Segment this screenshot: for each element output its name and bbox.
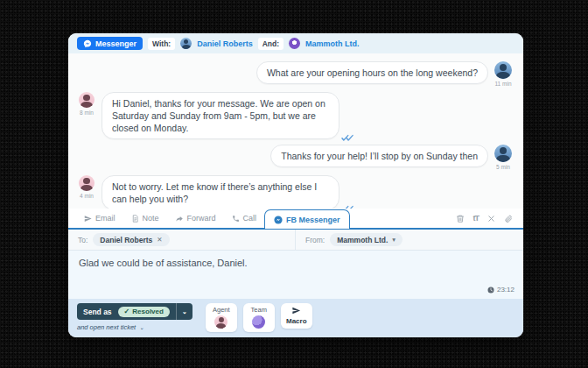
macro-label: Macro: [286, 317, 307, 325]
status-badge: ✓ Resolved: [118, 307, 170, 317]
draft-input[interactable]: Glad we could be of assistance, Daniel. …: [68, 251, 523, 299]
close-icon[interactable]: [487, 215, 495, 223]
app-window: Messenger With: Daniel Roberts And: Mamm…: [68, 33, 523, 337]
chat-transcript: What are your opening hours on the long …: [68, 53, 523, 209]
to-field: To: Daniel Roberts ✕: [68, 230, 296, 250]
contact-avatar: [180, 38, 192, 49]
assigned-agent-avatar: [214, 315, 228, 329]
chevron-down-icon: ▾: [392, 236, 396, 244]
chat-message: Thanks for your help! I’ll stop by on Su…: [77, 145, 513, 170]
message-time: 4 min: [80, 193, 94, 199]
send-as-button[interactable]: Send as ✓ Resolved ⌄: [77, 303, 192, 320]
remove-recipient-icon[interactable]: ✕: [157, 236, 162, 244]
messenger-icon: [83, 39, 92, 48]
text-format-icon[interactable]: tT: [473, 214, 480, 223]
agent-label: Agent: [213, 306, 230, 314]
trash-icon[interactable]: [456, 214, 465, 223]
tab-label: FB Messenger: [286, 216, 340, 224]
assigned-team-avatar: [252, 315, 265, 329]
send-email-icon: [84, 215, 92, 223]
clock-icon: [487, 287, 494, 294]
team-assign-card[interactable]: Team: [243, 303, 275, 332]
tab-forward[interactable]: Forward: [167, 209, 224, 228]
channel-badge-messenger[interactable]: Messenger: [77, 37, 143, 50]
check-icon: ✓: [124, 308, 130, 315]
composer-tools: tT: [456, 214, 516, 223]
read-receipt-icon: [341, 205, 354, 209]
message-time: 5 min: [496, 164, 510, 170]
send-as-label: Send as: [77, 308, 118, 316]
recipients-row: To: Daniel Roberts ✕ From: Mammoth Ltd. …: [68, 230, 523, 251]
agent-avatar: [79, 175, 94, 191]
tab-note[interactable]: Note: [123, 209, 167, 228]
agent-avatar: [79, 92, 94, 108]
open-next-ticket-toggle[interactable]: and open next ticket ⌄: [77, 323, 192, 331]
message-bubble: Thanks for your help! I’ll stop by on Su…: [270, 145, 488, 167]
macro-send-icon: [291, 306, 301, 315]
open-next-ticket-label: and open next ticket: [77, 323, 136, 331]
contact-name-link[interactable]: Daniel Roberts: [197, 39, 253, 48]
draft-timestamp: 23:12: [487, 286, 514, 294]
send-options-chevron[interactable]: ⌄: [176, 303, 192, 320]
chat-message: 4 min Not to worry. Let me know if there…: [77, 175, 513, 209]
tab-fb-messenger[interactable]: FB Messenger: [264, 209, 350, 229]
and-label: And:: [258, 38, 284, 50]
to-label: To:: [78, 236, 88, 244]
team-label: Team: [251, 306, 267, 314]
backdrop: Messenger With: Daniel Roberts And: Mamm…: [0, 0, 588, 368]
tab-call[interactable]: Call: [224, 209, 265, 228]
action-bar: Send as ✓ Resolved ⌄ and open next ticke…: [68, 299, 523, 337]
phone-icon: [232, 215, 240, 223]
chat-message: What are your opening hours on the long …: [77, 61, 513, 87]
from-field: From: Mammoth Ltd. ▾: [296, 230, 402, 250]
forward-icon: [175, 215, 184, 223]
draft-text: Glad we could be of assistance, Daniel.: [79, 258, 248, 268]
customer-avatar: [494, 61, 512, 79]
composer-tabbar: Email Note Forward Call FB Messenger tT: [68, 209, 523, 230]
status-label: Resolved: [132, 308, 164, 315]
tab-label: Note: [143, 214, 159, 223]
from-label: From:: [305, 236, 325, 244]
message-bubble: Hi Daniel, thanks for your message. We a…: [102, 92, 340, 139]
conversation-header: Messenger With: Daniel Roberts And: Mamm…: [68, 33, 523, 53]
tab-label: Forward: [187, 214, 216, 223]
message-time: 8 min: [80, 110, 94, 116]
with-label: With:: [148, 38, 175, 50]
message-bubble: What are your opening hours on the long …: [256, 61, 488, 84]
send-group: Send as ✓ Resolved ⌄ and open next ticke…: [77, 303, 192, 331]
recipient-name: Daniel Roberts: [100, 236, 152, 244]
messenger-icon: [274, 216, 283, 224]
tab-label: Email: [95, 214, 116, 223]
tab-email[interactable]: Email: [76, 209, 123, 228]
from-account-name: Mammoth Ltd.: [337, 236, 388, 244]
message-time: 11 min: [494, 81, 511, 87]
chat-message: 8 min Hi Daniel, thanks for your message…: [77, 92, 513, 139]
macro-button[interactable]: Macro: [281, 303, 312, 329]
note-icon: [131, 215, 139, 223]
company-name-link[interactable]: Mammoth Ltd.: [305, 39, 360, 48]
agent-assign-card[interactable]: Agent: [206, 303, 237, 332]
message-bubble: Not to worry. Let me know if there’s any…: [102, 175, 340, 209]
from-account-select[interactable]: Mammoth Ltd. ▾: [330, 233, 402, 246]
draft-time-text: 23:12: [497, 286, 514, 294]
company-avatar: [289, 38, 300, 49]
attachment-icon[interactable]: [504, 214, 513, 223]
read-receipt-icon: [341, 134, 354, 142]
customer-avatar: [494, 145, 512, 162]
channel-badge-label: Messenger: [95, 39, 136, 48]
to-recipient-chip[interactable]: Daniel Roberts ✕: [93, 233, 169, 246]
chevron-down-icon: ⌄: [139, 324, 144, 331]
tab-label: Call: [243, 214, 257, 223]
